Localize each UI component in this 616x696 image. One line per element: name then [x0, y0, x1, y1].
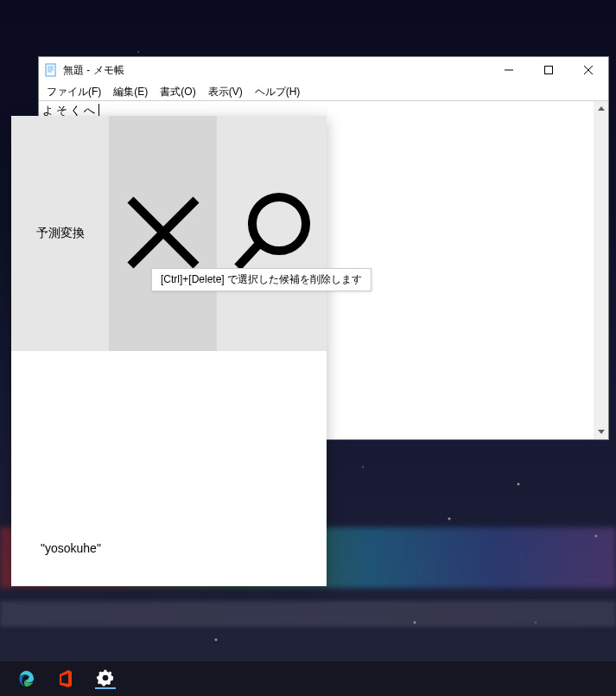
menubar: ファイル(F) 編集(E) 書式(O) 表示(V) ヘルプ(H) [39, 83, 608, 100]
close-button[interactable] [568, 57, 608, 83]
taskbar-edge-icon[interactable] [16, 668, 36, 689]
ime-roman-reading: "yosokuhe" [41, 541, 101, 555]
taskbar-settings-icon[interactable] [95, 668, 116, 689]
notepad-app-icon [44, 63, 58, 77]
taskbar [0, 661, 616, 696]
maximize-button[interactable] [529, 57, 568, 83]
scroll-up-icon[interactable] [594, 101, 608, 116]
search-magnifier-icon [229, 189, 315, 278]
close-x-icon [120, 189, 206, 278]
svg-point-13 [252, 197, 306, 251]
ime-candidate-popup: 予測変換 "yosokuhe" [11, 116, 327, 586]
ime-roman-reading-row[interactable]: "yosokuhe" [11, 531, 327, 586]
ime-candidate-row: 予測変換 [11, 116, 327, 351]
ime-tooltip: [Ctrl]+[Delete] で選択した候補を削除します [151, 268, 372, 291]
ime-spacer [11, 351, 327, 531]
text-cursor [98, 104, 99, 117]
window-title: 無題 - メモ帳 [63, 63, 489, 78]
desktop-glow-2 [0, 601, 616, 627]
ime-search-candidate[interactable] [217, 116, 327, 351]
svg-marker-16 [60, 670, 72, 687]
svg-marker-9 [598, 106, 605, 111]
taskbar-office-icon[interactable] [55, 668, 76, 689]
menu-file[interactable]: ファイル(F) [41, 83, 107, 101]
minimize-button[interactable] [489, 57, 529, 83]
scroll-down-icon[interactable] [594, 425, 608, 439]
ime-delete-candidate[interactable] [109, 116, 217, 351]
ime-tooltip-text: [Ctrl]+[Delete] で選択した候補を削除します [161, 273, 362, 285]
svg-marker-10 [598, 430, 605, 434]
titlebar[interactable]: 無題 - メモ帳 [39, 57, 608, 83]
menu-format[interactable]: 書式(O) [154, 83, 201, 101]
svg-rect-6 [545, 67, 553, 74]
vertical-scrollbar[interactable] [594, 101, 608, 439]
menu-view[interactable]: 表示(V) [202, 83, 249, 101]
ime-predictive-label: 予測変換 [36, 226, 85, 241]
menu-edit[interactable]: 編集(E) [107, 83, 154, 101]
menu-help[interactable]: ヘルプ(H) [249, 83, 307, 101]
ime-predictive-label-cell[interactable]: 予測変換 [11, 116, 109, 351]
svg-line-14 [238, 245, 258, 267]
